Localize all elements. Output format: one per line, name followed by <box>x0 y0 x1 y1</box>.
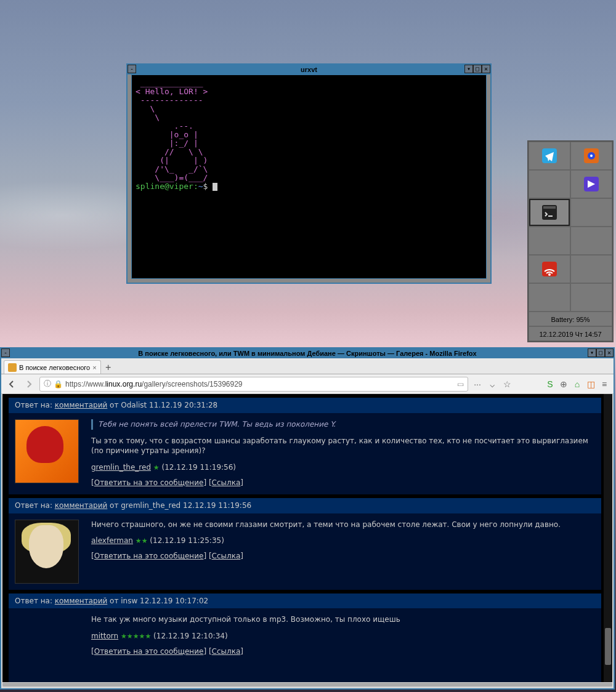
reply-to-suffix: от insw 12.12.19 10:17:02 <box>107 597 208 605</box>
back-button[interactable] <box>5 377 18 391</box>
reply-link[interactable]: Ответить на это сообщение <box>94 552 204 560</box>
scroll-thumb[interactable] <box>605 628 611 665</box>
svg-point-8 <box>548 273 551 276</box>
comment-actions: [Ответить на это сообщение] [Ссылка] <box>91 478 595 488</box>
tab-label: В поиске легковесного <box>19 364 90 371</box>
urxvt-titlebar[interactable]: - urxvt ▾ □ ✕ <box>128 65 490 74</box>
page-actions-button[interactable]: ··· <box>472 379 483 390</box>
permalink-link[interactable]: Ссылка <box>212 552 241 560</box>
comment-text-col: Тебя не понять всей прелести TWM. Ты вед… <box>91 419 595 488</box>
reply-to-prefix: Ответ на: <box>15 401 55 409</box>
ext-s-icon[interactable]: S <box>545 379 556 390</box>
comment-quote: Тебя не понять всей прелести TWM. Ты вед… <box>91 419 595 430</box>
panel-empty-7[interactable] <box>570 283 612 312</box>
panel-audacity-icon[interactable] <box>570 142 612 170</box>
reply-to-suffix: от Odalist 11.12.19 20:31:28 <box>107 401 217 409</box>
comment-date: (12.12.19 11:19:56) <box>162 463 237 472</box>
comment-message: Ты это к тому, что с возрастом шансы зар… <box>91 436 595 457</box>
urxvt-max-button[interactable]: □ <box>473 65 482 73</box>
hamburger-menu-button[interactable]: ≡ <box>599 379 610 390</box>
reply-to-link[interactable]: комментарий <box>55 501 107 510</box>
urxvt-title-text: urxvt <box>301 66 317 73</box>
comment-header: Ответ на: комментарий от gremlin_the_red… <box>9 498 601 513</box>
cowsay-output: _____________ < Hello, LOR! > ----------… <box>136 79 482 182</box>
site-info-icon[interactable]: ⓘ <box>44 379 51 389</box>
comment-text-col: Не так уж много музыки доступной только … <box>91 614 595 678</box>
star-icon: ★★★★★ <box>121 632 151 640</box>
firefox-window: - В поиске легковесного, или TWM в миним… <box>0 347 615 690</box>
comment-actions: [Ответить на это сообщение] [Ссылка] <box>91 551 595 561</box>
task-panel: Battery: 95% 12.12.2019 Чт 14:57 <box>527 140 614 342</box>
comment-block: Ответ на: комментарий от gremlin_the_red… <box>9 498 601 590</box>
reply-link[interactable]: Ответить на это сообщение <box>94 478 204 487</box>
urxvt-window: - urxvt ▾ □ ✕ _____________ < Hello, LOR… <box>126 63 492 284</box>
permalink-link[interactable]: Ссылка <box>212 478 241 487</box>
clock-status: 12.12.2019 Чт 14:57 <box>529 326 612 341</box>
url-text: https://www.linux.org.ru/gallery/screens… <box>65 380 455 388</box>
browser-toolbar: ⓘ 🔒 https://www.linux.org.ru/gallery/scr… <box>1 374 614 394</box>
panel-empty-1[interactable] <box>529 170 570 198</box>
comment-header: Ответ на: комментарий от Odalist 11.12.1… <box>9 398 601 413</box>
firefox-titlebar[interactable]: - В поиске легковесного, или TWM в миним… <box>1 348 614 358</box>
reader-mode-icon[interactable]: ▭ <box>457 380 464 388</box>
comment-block: Ответ на: комментарий от Odalist 11.12.1… <box>9 398 601 494</box>
panel-empty-3[interactable] <box>529 227 570 255</box>
panel-network-icon[interactable] <box>529 255 570 283</box>
cursor-icon <box>213 183 217 191</box>
comment-signature: gremlin_the_red ★ (12.12.19 11:19:56) <box>91 462 595 473</box>
urxvt-menu-button[interactable]: - <box>128 65 136 73</box>
tab-favicon-icon <box>8 363 17 372</box>
panel-video-icon[interactable] <box>570 170 612 198</box>
ext-globe-icon[interactable]: ⊕ <box>558 379 569 390</box>
comment-date: (12.12.19 12:10:34) <box>153 632 228 640</box>
browser-tab[interactable]: В поиске легковесного × <box>4 360 101 374</box>
vertical-scrollbar[interactable] <box>604 394 612 682</box>
urxvt-min-button[interactable]: ▾ <box>464 65 473 73</box>
reply-link[interactable]: Ответить на это сообщение <box>94 647 204 656</box>
panel-telegram-icon[interactable] <box>529 142 570 170</box>
author-link[interactable]: alexferman <box>91 536 133 545</box>
panel-empty-6[interactable] <box>529 283 570 312</box>
firefox-title-text: В поиске легковесного, или TWM в минимал… <box>138 350 476 357</box>
star-icon: ★★ <box>136 537 148 545</box>
firefox-menu-button[interactable]: - <box>1 348 10 357</box>
comment-body: Тебя не понять всей прелести TWM. Ты вед… <box>9 413 601 494</box>
pocket-icon[interactable]: ⌵ <box>487 379 498 390</box>
reply-to-link[interactable]: комментарий <box>55 597 107 605</box>
firefox-min-button[interactable]: ▾ <box>588 348 596 357</box>
urxvt-close-button[interactable]: ✕ <box>482 65 490 73</box>
reply-to-suffix: от gremlin_the_red 12.12.19 11:19:56 <box>107 501 251 510</box>
svg-point-3 <box>590 155 593 157</box>
svg-rect-6 <box>543 206 556 209</box>
author-link[interactable]: gremlin_the_red <box>91 463 151 472</box>
bookmark-star-icon[interactable]: ☆ <box>501 379 513 390</box>
author-link[interactable]: mittorn <box>91 632 118 640</box>
panel-empty-4[interactable] <box>570 227 612 255</box>
firefox-close-button[interactable]: ✕ <box>605 348 614 357</box>
tab-close-button[interactable]: × <box>92 364 96 371</box>
forward-button[interactable] <box>22 377 36 391</box>
comment-actions: [Ответить на это сообщение] [Ссылка] <box>91 646 595 657</box>
reply-to-prefix: Ответ на: <box>15 501 55 510</box>
ext-tag-icon[interactable]: ⌂ <box>572 379 583 390</box>
permalink-link[interactable]: Ссылка <box>212 647 241 656</box>
comment-header: Ответ на: комментарий от insw 12.12.19 1… <box>9 593 601 609</box>
tab-strip: В поиске легковесного × + <box>1 358 614 374</box>
ext-box-icon[interactable]: ◫ <box>585 379 596 390</box>
panel-empty-5[interactable] <box>570 255 612 283</box>
lock-icon[interactable]: 🔒 <box>54 380 63 388</box>
panel-terminal-icon[interactable] <box>529 198 570 227</box>
comment-body: Не так уж много музыки доступной только … <box>9 608 601 682</box>
comment-signature: alexferman ★★ (12.12.19 11:25:35) <box>91 536 595 546</box>
comment-date: (12.12.19 11:25:35) <box>150 536 224 545</box>
panel-empty-2[interactable] <box>570 198 612 227</box>
comment-text-col: Ничего страшного, он же не своими глазам… <box>91 520 595 584</box>
comment-signature: mittorn ★★★★★ (12.12.19 12:10:34) <box>91 631 595 642</box>
horizontal-scrollbar[interactable] <box>2 682 612 687</box>
url-bar[interactable]: ⓘ 🔒 https://www.linux.org.ru/gallery/scr… <box>39 377 468 392</box>
avatar <box>15 520 79 584</box>
firefox-max-button[interactable]: □ <box>596 348 605 357</box>
reply-to-link[interactable]: комментарий <box>55 401 107 409</box>
terminal-viewport[interactable]: _____________ < Hello, LOR! > ----------… <box>131 74 487 279</box>
new-tab-button[interactable]: + <box>101 361 116 374</box>
